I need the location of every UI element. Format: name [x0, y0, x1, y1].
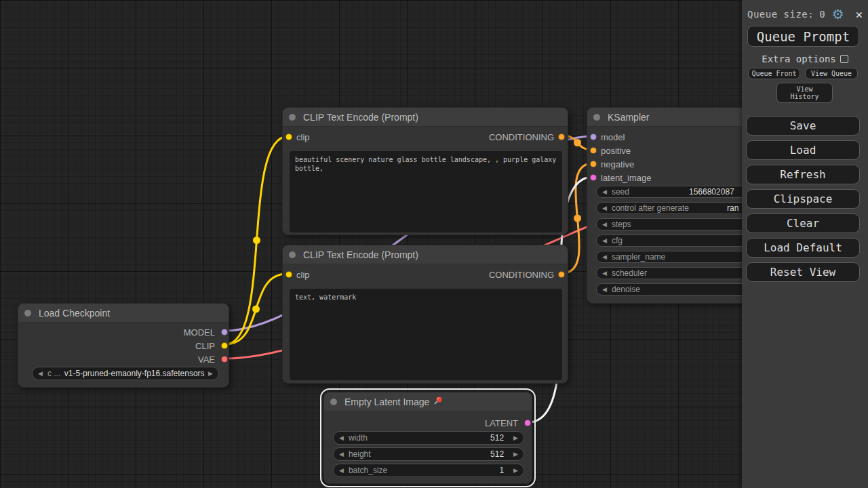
- view-history-button[interactable]: View History: [776, 83, 833, 103]
- combo-left-arrow-icon[interactable]: ◀: [38, 371, 43, 377]
- widget-left-arrow-icon[interactable]: ◀: [602, 238, 607, 244]
- widget-left-arrow-icon[interactable]: ◀: [602, 254, 607, 260]
- wire-clip-positive: [225, 136, 288, 344]
- node-title: CLIP Text Encode (Prompt): [303, 249, 418, 260]
- widget-name: scheduler: [612, 268, 647, 278]
- refresh-label: Refresh: [780, 168, 825, 181]
- widget-name: c ...: [47, 369, 60, 378]
- input-label-model: model: [601, 132, 625, 142]
- input-label-negative: negative: [601, 159, 634, 169]
- collapse-dot[interactable]: [289, 251, 296, 258]
- output-row-conditioning: CONDITIONING: [283, 268, 568, 281]
- node-load-checkpoint[interactable]: Load Checkpoint MODEL CLIP VAE ◀ c ... v…: [18, 303, 229, 388]
- widget-name: steps: [612, 220, 631, 229]
- widget-left-arrow-icon[interactable]: ◀: [339, 451, 344, 458]
- widget-name: denoise: [612, 285, 640, 294]
- node-clip-negative-header[interactable]: CLIP Text Encode (Prompt): [283, 245, 568, 264]
- output-label-latent: LATENT: [485, 418, 518, 428]
- clipspace-button[interactable]: Clipspace: [746, 189, 860, 209]
- collapse-dot[interactable]: [289, 114, 296, 121]
- widget-left-arrow-icon[interactable]: ◀: [602, 222, 607, 228]
- view-queue-label: View Queue: [811, 70, 852, 77]
- widget-right-arrow-icon[interactable]: ▶: [513, 451, 518, 458]
- widget-name: width: [349, 433, 368, 443]
- output-port-conditioning[interactable]: [558, 134, 565, 140]
- widget-name: batch_size: [349, 466, 387, 475]
- batch-size-widget[interactable]: ◀ batch_size 1 ▶: [333, 464, 524, 477]
- clear-button[interactable]: Clear: [746, 214, 860, 233]
- input-port-negative[interactable]: [590, 161, 597, 167]
- output-port-model[interactable]: [221, 329, 228, 336]
- link-dot-conditioning-negative: [574, 215, 581, 222]
- queue-front-button[interactable]: Queue Front: [748, 68, 800, 79]
- widget-name: cfg: [612, 236, 623, 245]
- extra-options-label: Extra options: [762, 54, 836, 64]
- widget-left-arrow-icon[interactable]: ◀: [602, 205, 607, 211]
- height-widget[interactable]: ◀ height 512 ▶: [333, 447, 524, 461]
- widget-left-arrow-icon[interactable]: ◀: [339, 468, 344, 474]
- collapse-dot[interactable]: [593, 114, 600, 121]
- node-title: Load Checkpoint: [39, 308, 110, 319]
- node-title: KSampler: [608, 112, 649, 123]
- widget-left-arrow-icon[interactable]: ◀: [339, 435, 344, 441]
- widget-left-arrow-icon[interactable]: ◀: [602, 189, 607, 195]
- input-port-model[interactable]: [590, 134, 597, 140]
- prompt-textarea-negative[interactable]: text, watermark: [290, 289, 562, 380]
- node-empty-latent-header[interactable]: Empty Latent Image: [324, 392, 532, 411]
- queue-size-value: 0: [819, 9, 825, 20]
- widget-name: control after generate: [612, 203, 689, 213]
- widget-value: ran: [727, 203, 738, 213]
- view-history-label-line1: View: [796, 85, 812, 93]
- load-default-button[interactable]: Load Default: [746, 238, 860, 258]
- combo-right-arrow-icon[interactable]: ▶: [208, 371, 213, 377]
- view-queue-button[interactable]: View Queue: [805, 68, 858, 79]
- output-port-vae[interactable]: [221, 356, 228, 363]
- output-port-clip[interactable]: [221, 342, 228, 349]
- save-button[interactable]: Save: [746, 116, 860, 136]
- widget-name: height: [349, 449, 371, 459]
- link-dot-clip-positive: [253, 237, 260, 244]
- output-port-latent[interactable]: [524, 420, 531, 426]
- node-load-checkpoint-header[interactable]: Load Checkpoint: [18, 304, 229, 323]
- collapse-dot[interactable]: [24, 310, 31, 317]
- refresh-button[interactable]: Refresh: [746, 165, 860, 184]
- queue-front-label: Queue Front: [751, 70, 796, 77]
- node-clip-positive-header[interactable]: CLIP Text Encode (Prompt): [283, 108, 568, 127]
- node-clip-text-encode-positive[interactable]: CLIP Text Encode (Prompt) clip CONDITION…: [282, 107, 568, 235]
- pushpin-icon: [433, 396, 443, 409]
- output-row-conditioning: CONDITIONING: [283, 130, 568, 144]
- input-port-latent-image[interactable]: [590, 174, 597, 181]
- widget-value: v1-5-pruned-emaonly-fp16.safetensors: [64, 369, 205, 378]
- comfy-menu: Queue size: 0 ⚙ ✕ Queue Prompt Extra opt…: [742, 0, 868, 488]
- prompt-textarea-positive[interactable]: beautiful scenery nature glass bottle la…: [290, 151, 562, 232]
- queue-size-label: Queue size:: [747, 9, 814, 20]
- widget-name: sampler_name: [612, 252, 665, 262]
- settings-gear-icon[interactable]: ⚙: [832, 7, 844, 21]
- width-widget[interactable]: ◀ width 512 ▶: [333, 431, 524, 445]
- reset-view-button[interactable]: Reset View: [746, 262, 860, 282]
- close-menu-icon[interactable]: ✕: [856, 7, 863, 21]
- output-port-conditioning[interactable]: [558, 271, 565, 278]
- ckpt-name-combo[interactable]: ◀ c ... v1-5-pruned-emaonly-fp16.safeten…: [32, 367, 219, 380]
- node-empty-latent-image[interactable]: Empty Latent Image LATENT ◀ width 512: [323, 392, 532, 484]
- widget-right-arrow-icon[interactable]: ▶: [513, 468, 518, 474]
- extra-options-checkbox[interactable]: [840, 55, 848, 63]
- widget-right-arrow-icon[interactable]: ▶: [513, 435, 518, 441]
- output-label-vae: VAE: [198, 354, 215, 365]
- queue-prompt-button[interactable]: Queue Prompt: [747, 26, 859, 47]
- input-label-latent-image: latent_image: [601, 173, 651, 183]
- output-label-model: MODEL: [184, 327, 215, 338]
- input-port-positive[interactable]: [590, 147, 597, 154]
- collapse-dot[interactable]: [330, 399, 337, 405]
- output-label-conditioning: CONDITIONING: [489, 132, 554, 142]
- widget-value: 1566802087: [689, 187, 734, 197]
- output-row-vae: VAE: [18, 352, 229, 366]
- widget-left-arrow-icon[interactable]: ◀: [602, 270, 607, 277]
- output-row-clip: CLIP: [18, 339, 229, 352]
- widget-left-arrow-icon[interactable]: ◀: [602, 287, 607, 293]
- node-canvas[interactable]: Load Checkpoint MODEL CLIP VAE ◀ c ... v…: [0, 0, 868, 488]
- save-label: Save: [790, 119, 816, 132]
- menu-header: Queue size: 0 ⚙ ✕: [747, 5, 863, 23]
- load-button[interactable]: Load: [746, 140, 860, 160]
- node-clip-text-encode-negative[interactable]: CLIP Text Encode (Prompt) clip CONDITION…: [282, 245, 568, 384]
